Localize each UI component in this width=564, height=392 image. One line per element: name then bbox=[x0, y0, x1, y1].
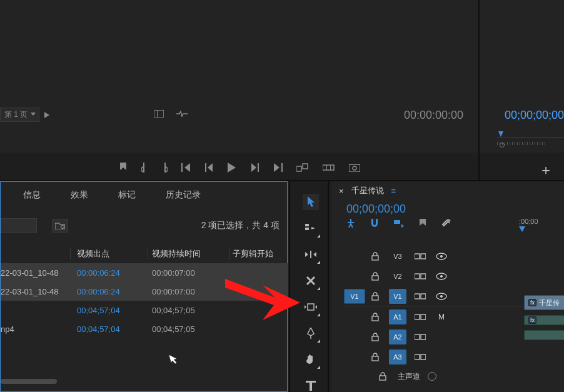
master-label: 主声道 bbox=[398, 371, 420, 382]
linked-selection-icon[interactable] bbox=[394, 219, 404, 228]
table-row[interactable]: np4 00;04;57;04 00;04;57;05 bbox=[1, 319, 288, 338]
selection-tool[interactable] bbox=[303, 194, 319, 210]
clip-marker-icon[interactable] bbox=[176, 111, 188, 117]
sequence-title[interactable]: 千星传说 bbox=[351, 185, 384, 196]
page-selector[interactable]: 第 1 页 bbox=[0, 108, 49, 122]
step-forward-icon[interactable] bbox=[250, 163, 259, 172]
track-label[interactable]: A3 bbox=[389, 349, 406, 364]
track-label[interactable]: A2 bbox=[389, 329, 406, 344]
lock-icon[interactable] bbox=[371, 272, 383, 281]
table-row[interactable]: 22-03-01_10-48 00:00:06:24 00:00:07:00 bbox=[1, 282, 288, 301]
lock-icon[interactable] bbox=[371, 252, 383, 261]
magnet-icon[interactable] bbox=[370, 219, 379, 228]
sync-lock-icon[interactable] bbox=[413, 311, 428, 323]
track-v3[interactable]: V3 bbox=[344, 246, 564, 266]
track-v2[interactable]: V2 bbox=[344, 266, 564, 286]
table-row[interactable]: 22-03-01_10-48 00:00:06:24 00:00:07:00 bbox=[1, 263, 288, 282]
add-marker-icon[interactable] bbox=[119, 163, 128, 173]
zoom-handle-icon[interactable] bbox=[500, 143, 505, 148]
search-input[interactable] bbox=[1, 218, 37, 233]
sync-lock-icon[interactable] bbox=[413, 331, 428, 343]
settings-icon[interactable] bbox=[441, 218, 451, 228]
video-clip[interactable]: fx千星传 bbox=[524, 295, 564, 310]
svg-rect-0 bbox=[154, 110, 164, 118]
go-to-in-icon[interactable] bbox=[181, 163, 191, 172]
tab-history[interactable]: 历史记录 bbox=[166, 189, 201, 201]
horizontal-scrollbar[interactable] bbox=[1, 379, 57, 384]
export-frame-icon[interactable] bbox=[349, 163, 360, 172]
mark-in-icon[interactable] bbox=[141, 163, 148, 173]
sync-lock-icon[interactable] bbox=[413, 351, 428, 363]
eye-icon[interactable] bbox=[434, 291, 449, 302]
sync-lock-icon[interactable] bbox=[413, 271, 428, 282]
lock-icon[interactable] bbox=[371, 333, 383, 341]
page-step-icon[interactable] bbox=[44, 112, 49, 118]
lock-icon[interactable] bbox=[379, 372, 390, 381]
col-subclip-start[interactable]: 子剪辑开始 bbox=[230, 248, 288, 259]
go-to-out-icon[interactable] bbox=[273, 163, 283, 172]
col-video-duration[interactable]: 视频持续时间 bbox=[148, 248, 229, 259]
svg-rect-27 bbox=[421, 274, 426, 279]
track-a3[interactable]: A3 bbox=[344, 347, 564, 367]
svg-rect-10 bbox=[330, 165, 331, 170]
tab-effects[interactable]: 效果 bbox=[71, 189, 88, 201]
source-overlay-icons bbox=[154, 110, 188, 118]
marker-icon[interactable] bbox=[419, 219, 426, 228]
program-ruler[interactable] bbox=[497, 131, 564, 146]
snap-icon[interactable] bbox=[346, 219, 355, 228]
panel-menu-icon[interactable]: ≡ bbox=[391, 186, 396, 196]
svg-rect-11 bbox=[349, 164, 360, 172]
overwrite-icon[interactable] bbox=[323, 163, 335, 172]
ruler-ticks bbox=[497, 138, 564, 141]
mute-button[interactable]: M bbox=[434, 311, 449, 323]
timeline-ruler[interactable]: ;00;00 bbox=[519, 218, 564, 233]
playhead-head-icon[interactable] bbox=[519, 226, 525, 232]
play-icon[interactable] bbox=[228, 163, 236, 173]
insert-icon[interactable] bbox=[296, 163, 309, 172]
tab-markers[interactable]: 标记 bbox=[118, 189, 136, 201]
eye-icon[interactable] bbox=[434, 251, 449, 262]
type-tool[interactable] bbox=[303, 378, 319, 392]
timeline-timecode[interactable]: 00;00;00;00 bbox=[331, 200, 564, 217]
fx-badge: fx bbox=[528, 316, 536, 324]
eye-icon[interactable] bbox=[434, 271, 449, 282]
audio-clip[interactable]: fx bbox=[524, 315, 564, 325]
ruler-tick-label: ;00;00 bbox=[519, 218, 538, 225]
track-label[interactable]: V1 bbox=[389, 289, 406, 304]
svg-rect-26 bbox=[415, 274, 420, 279]
track-label[interactable]: A1 bbox=[389, 309, 406, 324]
close-tab-icon[interactable]: × bbox=[339, 186, 344, 196]
svg-rect-6 bbox=[296, 166, 301, 171]
source-patch-v1[interactable]: V1 bbox=[344, 289, 365, 304]
add-button-icon[interactable]: ＋ bbox=[539, 161, 553, 179]
sync-lock-icon[interactable] bbox=[413, 291, 428, 302]
page-dropdown[interactable]: 第 1 页 bbox=[0, 108, 39, 122]
track-label[interactable]: V3 bbox=[389, 253, 406, 260]
fx-badge: fx bbox=[528, 299, 536, 306]
audio-clip[interactable] bbox=[524, 330, 564, 340]
step-back-icon[interactable] bbox=[205, 163, 214, 172]
lock-icon[interactable] bbox=[371, 353, 383, 361]
new-bin-button[interactable] bbox=[52, 219, 68, 233]
tab-info[interactable]: 信息 bbox=[23, 189, 41, 201]
svg-rect-9 bbox=[326, 165, 327, 170]
mark-out-icon[interactable] bbox=[161, 163, 168, 173]
svg-rect-4 bbox=[258, 163, 259, 172]
col-video-out[interactable]: 视频出点 bbox=[71, 248, 148, 259]
lock-icon[interactable] bbox=[371, 292, 383, 301]
svg-rect-2 bbox=[181, 163, 183, 172]
master-track[interactable]: 主声道 bbox=[344, 367, 564, 386]
track-label[interactable]: V2 bbox=[389, 273, 406, 280]
table-row[interactable]: 00;04;57;04 00;04;57;05 bbox=[1, 301, 288, 319]
svg-rect-14 bbox=[305, 224, 309, 226]
timeline-clips: fx千星传 fx bbox=[524, 295, 564, 345]
svg-rect-7 bbox=[303, 164, 308, 169]
svg-rect-37 bbox=[421, 314, 426, 319]
lock-icon[interactable] bbox=[371, 313, 383, 321]
sync-lock-icon[interactable] bbox=[413, 251, 428, 262]
pan-knob[interactable] bbox=[428, 372, 436, 381]
video-frame-icon[interactable] bbox=[154, 110, 164, 118]
svg-rect-31 bbox=[415, 294, 420, 299]
svg-rect-5 bbox=[281, 163, 283, 172]
playhead-icon[interactable] bbox=[498, 131, 503, 137]
